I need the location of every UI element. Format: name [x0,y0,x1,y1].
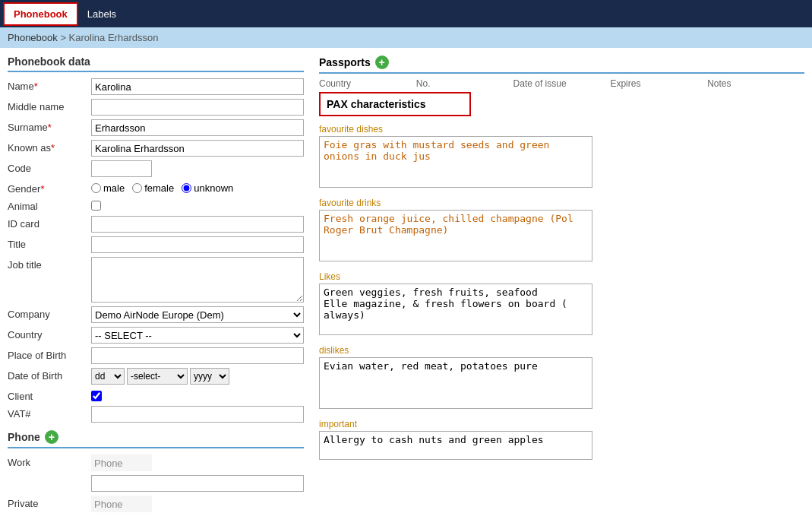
phonebook-section-title: Phonebook data [8,55,304,72]
name-input[interactable] [91,78,304,95]
animal-checkbox[interactable] [91,201,101,211]
surname-label: Surname* [8,119,91,133]
place-of-birth-label: Place of Birth [8,347,91,361]
known-as-input[interactable] [91,140,304,157]
job-title-label: Job title [8,257,91,271]
client-checkbox[interactable] [91,391,102,401]
dob-dd-select[interactable]: dd [91,368,125,385]
char-textarea-0[interactable] [319,136,592,188]
gender-unknown-radio[interactable] [182,183,191,193]
passport-columns: Country No. Date of issue Expires Notes [319,77,804,92]
top-navigation: Phonebook Labels [0,0,812,27]
right-panel: Passports + Country No. Date of issue Ex… [311,55,812,516]
char-label-1: favourite drinks [319,198,804,208]
breadcrumb-separator: > [58,32,69,43]
char-section-3: dislikes [319,345,804,411]
id-card-row: ID card [8,216,304,233]
place-of-birth-row: Place of Birth [8,347,304,364]
char-textarea-2[interactable] [319,284,592,335]
add-passport-button[interactable]: + [375,55,389,69]
gender-unknown-label[interactable]: unknown [182,182,233,194]
vat-input[interactable] [91,406,304,423]
pax-characteristics-box: PAX characteristics [319,92,471,116]
country-select[interactable]: -- SELECT -- [91,327,304,344]
dob-month-select[interactable]: -select- [127,368,188,385]
phone-section-title: Phone + [8,430,304,448]
animal-row: Animal [8,198,304,212]
char-label-4: important [319,419,804,429]
char-textarea-4[interactable] [319,431,592,460]
id-card-input[interactable] [91,216,304,233]
char-section-1: favourite drinks [319,198,804,264]
known-as-label: Known as* [8,140,91,154]
gender-female-text: female [144,182,174,194]
gender-radio-group: male female unknown [91,181,233,194]
passports-header: Passports + [319,55,804,74]
place-of-birth-input[interactable] [91,347,304,364]
date-of-birth-label: Date of Birth [8,368,91,382]
vat-label: VAT# [8,406,91,420]
title-input[interactable] [91,236,304,253]
code-row: Code [8,160,304,177]
gender-female-radio[interactable] [132,183,142,193]
middle-name-label: Middle name [8,99,91,112]
phone-private-placeholder [91,496,152,512]
phone-work-input-row [8,475,304,492]
char-label-3: dislikes [319,345,804,356]
country-label: Country [8,327,91,341]
gender-male-text: male [103,182,125,194]
labels-tab[interactable]: Labels [78,4,125,24]
surname-row: Surname* [8,119,304,136]
client-row: Client [8,388,304,402]
date-of-birth-controls: dd -select- yyyy [91,368,229,385]
char-section-0: favourite dishes [319,124,804,190]
char-textarea-3[interactable] [319,357,592,409]
code-label: Code [8,160,91,174]
animal-label: Animal [8,198,91,212]
passport-col-country: Country [319,78,416,89]
main-content: Phonebook data Name* Middle name Surname… [0,48,812,516]
title-row: Title [8,236,304,253]
job-title-row: Job title [8,257,304,303]
passport-col-expires: Expires [610,78,707,89]
passport-col-doi: Date of issue [513,78,611,89]
gender-unknown-text: unknown [194,182,233,194]
left-panel: Phonebook data Name* Middle name Surname… [0,55,311,516]
char-section-2: Likes [319,271,804,337]
phone-work-row: Work [8,455,304,471]
job-title-input[interactable] [91,257,304,303]
gender-label: Gender* [8,181,91,195]
breadcrumb-root[interactable]: Phonebook [8,32,58,43]
title-label: Title [8,236,91,250]
name-label: Name* [8,78,91,92]
passports-title: Passports [319,56,371,68]
date-of-birth-row: Date of Birth dd -select- yyyy [8,368,304,385]
name-row: Name* [8,78,304,95]
breadcrumb: Phonebook > Karolina Erhardsson [0,27,812,48]
company-label: Company [8,306,91,320]
gender-female-label[interactable]: female [132,182,174,194]
dob-yyyy-select[interactable]: yyyy [190,368,229,385]
char-section-4: important [319,419,804,462]
passport-col-notes: Notes [707,78,804,89]
surname-input[interactable] [91,119,304,136]
gender-male-radio[interactable] [91,183,101,193]
pax-characteristics-title: PAX characteristics [327,98,463,110]
phonebook-tab[interactable]: Phonebook [3,2,78,26]
characteristics-fields: favourite dishesfavourite drinksLikesdis… [319,124,804,462]
phone-private-row: Private [8,496,304,512]
vat-row: VAT# [8,406,304,423]
phone-work-input[interactable] [91,475,304,492]
char-textarea-1[interactable] [319,210,592,261]
company-select[interactable]: Demo AirNode Europe (Dem) [91,306,304,323]
add-phone-button[interactable]: + [45,430,58,444]
phone-private-label: Private [8,496,91,509]
code-input[interactable] [91,160,152,177]
phone-work-spacer [8,475,91,477]
breadcrumb-current: Karolina Erhardsson [69,32,159,43]
passport-col-no: No. [416,78,513,89]
middle-name-input[interactable] [91,99,304,116]
company-row: Company Demo AirNode Europe (Dem) [8,306,304,323]
gender-male-label[interactable]: male [91,182,125,194]
known-as-row: Known as* [8,140,304,157]
